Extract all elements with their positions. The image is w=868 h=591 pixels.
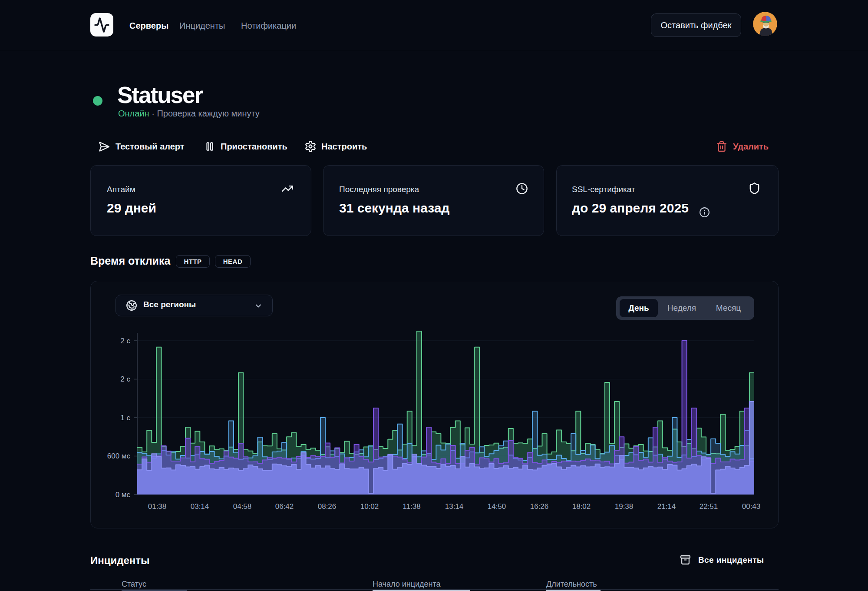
svg-text:19:38: 19:38 [615,502,634,511]
svg-text:1 с: 1 с [120,414,130,422]
svg-text:21:14: 21:14 [657,502,676,511]
svg-text:06:42: 06:42 [275,502,294,511]
svg-text:01:38: 01:38 [148,502,167,511]
svg-text:04:58: 04:58 [233,502,252,511]
svg-text:2 с: 2 с [120,337,130,345]
svg-text:2 с: 2 с [120,375,130,383]
svg-text:11:38: 11:38 [403,502,420,511]
svg-text:22:51: 22:51 [700,502,718,511]
svg-text:00:43: 00:43 [742,502,761,511]
svg-text:14:50: 14:50 [488,502,506,511]
svg-text:13:14: 13:14 [445,502,464,511]
svg-text:08:26: 08:26 [318,502,337,511]
svg-text:10:02: 10:02 [360,502,379,511]
svg-text:600 мс: 600 мс [107,452,131,460]
svg-text:18:02: 18:02 [572,502,591,511]
svg-text:16:26: 16:26 [530,502,549,511]
svg-text:03:14: 03:14 [191,502,209,511]
svg-text:0 мс: 0 мс [116,491,131,499]
